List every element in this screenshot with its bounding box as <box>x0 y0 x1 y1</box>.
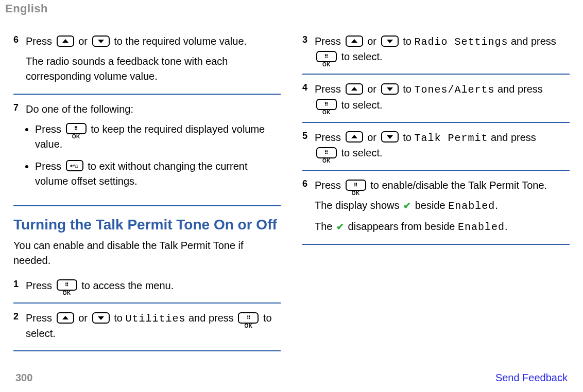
list-item: Press ↩⌂ to exit without changing the cu… <box>35 159 281 189</box>
step-text: The radio sounds a feedback tone with ea… <box>26 54 281 84</box>
svg-text:↩⌂: ↩⌂ <box>70 163 78 169</box>
step-text: Press or to the required volume value. <box>26 34 281 49</box>
section-heading: Turning the Talk Permit Tone On or Off <box>13 217 281 233</box>
substep-4: 4 Press or to Tones/Alerts and press ⠿ O… <box>302 78 570 119</box>
content-columns: 6 Press or to the required volume value.… <box>0 15 583 354</box>
step-separator <box>302 170 570 171</box>
step-text: Press ⠿ OK to enable/disable the Talk Pe… <box>315 178 570 193</box>
step-body: Press ⠿ OK to access the menu. <box>26 278 281 293</box>
menu-name: Enabled <box>458 221 505 233</box>
up-arrow-icon <box>57 35 74 47</box>
substep-6: 6 Press ⠿ OK to enable/disable the Talk … <box>302 174 570 242</box>
substep-1: 1 Press ⠿ OK to access the menu. <box>13 274 281 300</box>
substep-2: 2 Press or to Utilities and press ⠿ OK t… <box>13 307 281 348</box>
down-arrow-icon <box>92 312 110 324</box>
svg-marker-5 <box>351 39 357 43</box>
svg-marker-10 <box>387 135 393 139</box>
step-separator <box>13 302 281 304</box>
svg-marker-9 <box>351 135 357 138</box>
up-arrow-icon <box>57 312 74 324</box>
menu-name: Utilities <box>125 313 185 325</box>
menu-name: Talk Permit <box>414 132 488 144</box>
step-separator <box>302 74 570 75</box>
down-arrow-icon <box>381 83 399 95</box>
step-number: 2 <box>13 311 26 323</box>
down-arrow-icon <box>381 35 399 47</box>
menu-name: Enabled <box>448 200 495 212</box>
svg-marker-3 <box>62 316 68 319</box>
ok-button-icon: ⠿ OK <box>346 180 366 191</box>
step-text: Press ⠿ OK to access the menu. <box>26 278 281 293</box>
step-separator <box>13 94 281 95</box>
step-number: 7 <box>13 102 26 114</box>
step-number: 3 <box>302 34 315 46</box>
page-language-header: English <box>0 0 583 15</box>
bullet-list: Press ⠿ OK to keep the required displaye… <box>26 122 281 189</box>
svg-marker-8 <box>387 87 393 91</box>
step-separator <box>302 244 570 245</box>
down-arrow-icon <box>92 35 110 47</box>
menu-name: Tones/Alerts <box>414 84 494 96</box>
ok-button-icon: ⠿ OK <box>316 51 337 62</box>
right-column: 3 Press or to Radio Settings and press ⠿… <box>302 30 570 354</box>
step-text: Press or to Talk Permit and press ⠿ OK t… <box>315 130 570 161</box>
language-label: English <box>5 2 48 15</box>
list-item: Press ⠿ OK to keep the required displaye… <box>35 122 281 152</box>
svg-marker-7 <box>351 87 357 91</box>
check-icon: ✔ <box>336 220 344 234</box>
svg-marker-0 <box>62 39 68 43</box>
up-arrow-icon <box>346 35 363 47</box>
step-intro: Do one of the following: <box>26 102 281 117</box>
step-separator <box>302 122 570 123</box>
step-number: 6 <box>13 34 26 46</box>
ok-button-icon: ⠿ OK <box>238 312 259 324</box>
down-arrow-icon <box>381 131 399 142</box>
up-arrow-icon <box>346 131 363 142</box>
step-7: 7 Do one of the following: Press ⠿ OK to… <box>13 98 281 203</box>
step-number: 1 <box>13 278 26 290</box>
step-number: 4 <box>302 82 315 94</box>
step-text: Press or to Tones/Alerts and press ⠿ OK … <box>315 82 570 112</box>
ok-button-icon: ⠿ OK <box>316 99 337 110</box>
step-text: The ✔ disappears from beside Enabled. <box>315 219 570 235</box>
menu-name: Radio Settings <box>414 36 508 48</box>
step-6: 6 Press or to the required volume value.… <box>13 30 281 92</box>
ok-button-icon: ⠿ OK <box>57 279 77 291</box>
page-footer: 300 Send Feedback <box>0 372 583 384</box>
page-number: 300 <box>15 372 32 384</box>
svg-marker-4 <box>98 316 104 320</box>
step-body: Press or to Tones/Alerts and press ⠿ OK … <box>315 82 570 112</box>
step-body: Press or to Radio Settings and press ⠿ O… <box>315 34 570 64</box>
step-separator <box>13 350 281 351</box>
left-column: 6 Press or to the required volume value.… <box>13 30 281 354</box>
substep-3: 3 Press or to Radio Settings and press ⠿… <box>302 30 570 72</box>
ok-button-icon: ⠿ OK <box>66 123 87 134</box>
back-home-icon: ↩⌂ <box>66 160 83 171</box>
substep-5: 5 Press or to Talk Permit and press ⠿ OK… <box>302 126 570 168</box>
step-body: Press or to Talk Permit and press ⠿ OK t… <box>315 130 570 161</box>
step-body: Do one of the following: Press ⠿ OK to k… <box>26 102 281 196</box>
ok-button-icon: ⠿ OK <box>316 147 337 158</box>
svg-marker-1 <box>98 40 104 43</box>
step-text: The display shows ✔ beside Enabled. <box>315 198 570 213</box>
step-text: Press or to Utilities and press ⠿ OK to … <box>26 311 281 341</box>
step-body: Press or to the required volume value. T… <box>26 34 281 84</box>
step-number: 5 <box>302 130 315 142</box>
section-intro: You can enable and disable the Talk Perm… <box>13 238 281 268</box>
step-body: Press or to Utilities and press ⠿ OK to … <box>26 311 281 341</box>
check-icon: ✔ <box>403 199 411 212</box>
svg-marker-6 <box>387 40 393 43</box>
send-feedback-link[interactable]: Send Feedback <box>495 372 568 384</box>
step-separator <box>13 205 281 206</box>
step-number: 6 <box>302 178 315 190</box>
up-arrow-icon <box>346 83 363 95</box>
step-body: Press ⠿ OK to enable/disable the Talk Pe… <box>315 178 570 235</box>
step-text: Press or to Radio Settings and press ⠿ O… <box>315 34 570 64</box>
